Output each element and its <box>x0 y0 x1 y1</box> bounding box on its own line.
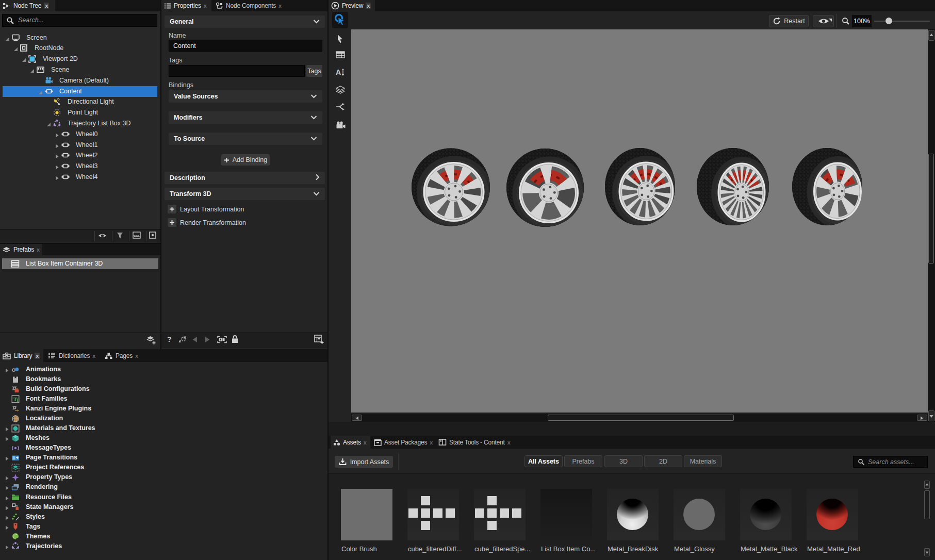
svg-text:T: T <box>17 398 20 402</box>
svg-text:A: A <box>336 68 341 76</box>
